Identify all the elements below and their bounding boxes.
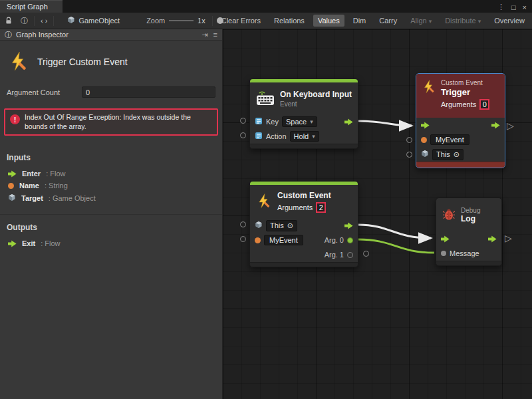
node-subtitle: Event [280,100,352,108]
argument-count-input[interactable]: 0 [82,86,215,98]
port-row-action: Action Hold ▾ [250,129,358,144]
tab-script-graph[interactable]: Script Graph [0,0,63,13]
message-port-icon[interactable] [441,251,446,256]
port-name: Enter [22,170,41,178]
toolbar-separator [34,16,35,26]
lock-icon[interactable] [3,17,15,25]
clear-errors-button[interactable]: Clear Errors [217,15,265,27]
code-icon[interactable]: ‹ › [39,17,49,25]
values-button[interactable]: Values [313,15,344,27]
event-arg1-outer-port[interactable] [363,251,369,257]
close-icon[interactable]: × [523,3,527,11]
trigger-target-outer-port[interactable] [406,152,412,158]
error-message-box: ! Index Out Of Range Exception: Index wa… [4,108,218,136]
event-name-input[interactable]: MyEvent [430,134,469,145]
chevron-down-icon: ▾ [429,18,432,25]
arg1-output-port[interactable] [347,252,353,258]
port-name: Target [21,194,43,202]
target-value: This [270,221,284,229]
string-port-icon [255,237,261,243]
event-name-value: MyEvent [436,136,464,144]
arg0-output-port[interactable] [347,237,353,243]
chevron-down-icon: ▾ [478,18,481,25]
node-on-keyboard-input[interactable]: On Keyboard Input Event Key Space ▾ [249,78,358,149]
target-dropdown[interactable]: This ⊙ [266,220,297,231]
keyboard-key-outer-port[interactable] [240,118,246,124]
graph-canvas[interactable]: On Keyboard Input Event Key Space ▾ [223,29,532,399]
arguments-count-badge[interactable]: 0 [479,99,489,110]
keyboard-action-outer-port[interactable] [240,132,246,138]
trigger-name-outer-port[interactable] [406,137,412,143]
kebab-menu-icon[interactable]: ⋮ [497,3,505,11]
chevron-down-icon: ▾ [312,133,315,140]
keycode-type-icon [255,117,263,126]
outputs-heading: Outputs [0,215,222,237]
port-label: Key [266,118,279,126]
arguments-label: Arguments [441,100,476,108]
port-name: Name [19,182,39,190]
gameobject-cube-icon [67,16,75,25]
zoom-label: Zoom [146,17,165,25]
graph-inspector-header: ⓘ Graph Inspector ⇥ ≡ [0,29,222,41]
key-dropdown-value: Space [286,118,307,126]
string-port-icon [421,137,427,143]
action-dropdown[interactable]: Hold ▾ [290,131,319,142]
arguments-row: Arguments 0 [441,99,489,110]
error-icon: ! [10,114,20,124]
relations-button[interactable]: Relations [269,15,309,27]
port-row-target: This ⊙ [250,218,358,233]
dim-button[interactable]: Dim [348,15,371,27]
tab-bar: Script Graph ⋮ □ × [0,0,532,13]
key-dropdown[interactable]: Space ▾ [282,116,317,127]
node-category: Debug [461,207,480,214]
node-debug-log[interactable]: Debug Log Message [436,198,502,266]
flow-input-port[interactable] [421,122,430,129]
port-name: Exit [22,239,35,247]
align-button[interactable]: Align▾ [406,15,436,27]
event-target-outer-port[interactable] [240,221,246,227]
wire-arg0-to-message [358,239,434,253]
bug-icon [442,207,456,222]
gameobject-selector[interactable]: GameObject [63,15,124,27]
flow-output-port[interactable] [344,222,353,229]
zoom-slider[interactable] [169,16,194,25]
action-type-icon [255,132,263,141]
flow-output-port[interactable] [344,118,353,126]
node-category: Custom Event [441,79,489,86]
arguments-label: Arguments [277,203,313,211]
maximize-icon[interactable]: □ [511,3,516,11]
graph-toolbar: ⓘ ‹ › GameObject Zoom 1x Clear Errors Re… [0,13,532,29]
node-footer [250,144,358,148]
target-dropdown[interactable]: This ⊙ [432,149,464,160]
arguments-count-badge[interactable]: 2 [316,202,326,213]
port-label: Action [266,132,287,140]
gameobject-cube-icon [255,221,263,230]
overview-button[interactable]: Overview [489,15,529,27]
argument-count-row: Argument Count 0 [0,85,222,103]
port-row-arg1: Arg. 1 [250,247,358,262]
target-icon: ⊙ [287,221,293,230]
unity-editor-window: Script Graph ⋮ □ × ⓘ ‹ › GameObject Zoom… [0,0,532,399]
gameobject-label: GameObject [78,17,120,25]
align-label: Align [410,17,426,25]
distribute-button[interactable]: Distribute▾ [440,15,485,27]
target-icon: ⊙ [454,150,460,159]
event-name-outer-port[interactable] [240,236,246,242]
wire-event-to-log [358,225,431,238]
flow-input-port[interactable] [441,235,450,243]
inputs-heading: Inputs [0,145,222,168]
info-icon: ⓘ [5,30,12,40]
carry-button[interactable]: Carry [374,15,402,27]
node-trigger-custom-event[interactable]: Custom Event Trigger Arguments 0 [416,73,505,168]
node-custom-event[interactable]: Custom Event Arguments 2 This ⊙ [249,181,358,267]
dock-icon[interactable]: ⇥ [201,31,207,39]
port-type: : Flow [46,170,65,178]
argument-count-label: Argument Count [7,88,82,96]
flow-output-port[interactable] [491,122,500,129]
flow-output-port[interactable] [488,235,497,243]
menu-icon[interactable]: ≡ [213,31,217,39]
node-header: On Keyboard Input Event [250,82,358,114]
arg1-label: Arg. 1 [325,251,344,259]
event-name-input[interactable]: MyEvent [264,235,303,245]
info-icon[interactable]: ⓘ [19,16,30,26]
